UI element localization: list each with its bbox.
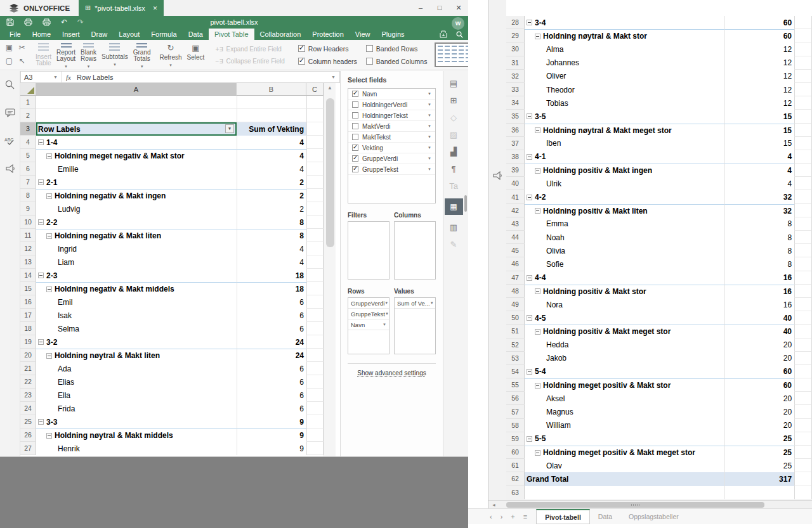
cell-c46[interactable] [794,257,812,271]
cell-c12[interactable] [306,242,324,255]
row-number[interactable]: 7 [20,176,36,189]
panel-scrollbar[interactable] [464,71,468,456]
cell-b55[interactable]: 60 [724,378,794,392]
field-makttekst[interactable]: MaktTekst▼ [348,132,435,143]
cell-a59[interactable]: 5-5 [525,432,724,446]
cell-b16[interactable]: 6 [237,295,306,309]
column-header-a[interactable]: A [36,83,237,96]
cell-a11[interactable]: Holdning negativ & Makt liten [36,229,237,242]
cell-a54[interactable]: 5-4 [525,365,724,378]
cell-c55[interactable] [794,378,812,392]
row-number[interactable]: 3 [20,122,36,136]
collapse-icon[interactable] [46,433,52,439]
cell-b12[interactable]: 4 [237,242,306,255]
cell-b2[interactable] [237,109,306,122]
row-number[interactable]: 26 [20,428,36,442]
cell-a14[interactable]: 2-3 [36,269,237,282]
cell-b8[interactable]: 2 [237,189,306,202]
tab-layout[interactable]: Layout [113,29,145,40]
row-number[interactable]: 22 [20,375,36,389]
cell-b57[interactable]: 20 [724,405,794,418]
row-number[interactable]: 33 [506,83,525,96]
row-number[interactable]: 30 [506,42,525,56]
collapse-icon[interactable] [527,20,532,25]
cell-b50[interactable]: 40 [724,311,794,325]
copy-icon[interactable]: ▣ [4,43,15,55]
cell-a5[interactable]: Holdning meget negativ & Makt stor [36,149,237,162]
table-settings-icon[interactable]: ⊞ [450,96,457,105]
subtotals-button[interactable]: Subtotals [99,40,131,70]
cell-c56[interactable] [794,392,812,405]
cell-a57[interactable]: Magnus [525,405,724,418]
checkbox-column-headers[interactable]: Column headers [298,58,357,65]
row-number[interactable]: 37 [506,137,525,150]
sheet-tab-pivot-tabell[interactable]: Pivot-tabell [536,509,590,524]
field-menu-icon[interactable]: ▼ [428,157,431,160]
field-holdningertekst[interactable]: HoldningerTekst▼ [348,110,435,121]
cell-a6[interactable]: Emilie [36,162,237,176]
sheet-list-icon[interactable]: ≡ [523,513,527,520]
cell-c33[interactable] [794,83,812,96]
filter-dropdown-icon[interactable]: ▾ [225,124,234,133]
cell-a34[interactable]: Tobias [525,96,724,110]
collapse-icon[interactable] [46,287,52,292]
cell-b34[interactable]: 12 [724,96,794,110]
field-checkbox[interactable] [352,145,358,151]
collapse-icon[interactable] [527,275,532,281]
field-menu-icon[interactable]: ▼ [428,167,431,171]
checkbox-icon[interactable] [298,45,305,52]
row-number[interactable]: 59 [506,432,525,446]
cell-b18[interactable]: 6 [237,322,306,335]
row-number[interactable]: 40 [506,177,525,190]
collapse-icon[interactable] [535,208,540,214]
row-number[interactable]: 45 [506,244,525,257]
cell-c19[interactable] [306,335,324,349]
cell-c62[interactable] [794,472,812,486]
cell-c42[interactable] [794,204,812,217]
chip-menu-icon[interactable]: ▼ [383,323,386,326]
cell-b45[interactable]: 8 [724,244,794,257]
chip-menu-icon[interactable]: ▼ [384,301,388,305]
cell-b37[interactable]: 15 [724,137,794,150]
cell-b20[interactable]: 24 [237,349,306,362]
collapse-icon[interactable] [527,436,532,442]
collapse-icon[interactable] [535,329,540,335]
slicer-settings-icon[interactable]: ▥ [450,222,457,232]
cell-a22[interactable]: Elias [36,375,237,389]
row-number[interactable]: 38 [506,150,525,164]
maximize-button[interactable]: □ [430,0,449,16]
collapse-icon[interactable] [527,369,532,375]
cell-b27[interactable]: 9 [237,442,306,455]
cell-c10[interactable] [306,216,324,229]
row-number[interactable]: 16 [20,295,36,309]
row-number[interactable]: 2 [20,109,36,122]
collapse-icon[interactable] [535,288,540,294]
collapse-icon[interactable] [535,450,540,456]
cell-a18[interactable]: Selma [36,322,237,335]
row-number[interactable]: 24 [20,402,36,415]
fx-icon[interactable]: fx [62,74,75,81]
tab-home[interactable]: Home [27,29,56,40]
cell-c35[interactable] [794,110,812,123]
cell-b30[interactable]: 12 [724,42,794,56]
field-checkbox[interactable] [352,91,358,97]
collapse-icon[interactable] [46,153,52,159]
pivot-style-preview[interactable] [435,42,468,67]
cell-c1[interactable] [306,96,324,109]
cell-a3[interactable]: Row Labels▾ [36,122,237,136]
cell-b13[interactable]: 4 [237,255,306,269]
cell-c47[interactable] [794,271,812,285]
cell-a44[interactable]: Noah [525,231,724,244]
row-number[interactable]: 5 [20,149,36,162]
row-number[interactable]: 21 [20,362,36,375]
collapse-icon[interactable] [535,127,540,133]
cell-a45[interactable]: Olivia [525,244,724,257]
cell-a41[interactable]: 4-2 [525,190,724,203]
report-layout-button[interactable]: Report Layout [54,40,78,70]
cell-a51[interactable]: Holdning positiv & Makt meget stor [525,325,724,338]
checkbox-banded-rows[interactable]: Banded Rows [366,45,428,53]
close-window-button[interactable]: ✕ [449,0,468,16]
cell-c27[interactable] [306,442,324,455]
cell-a36[interactable]: Holdning nøytral & Makt meget stor [525,124,724,137]
cell-b23[interactable]: 6 [237,389,306,402]
